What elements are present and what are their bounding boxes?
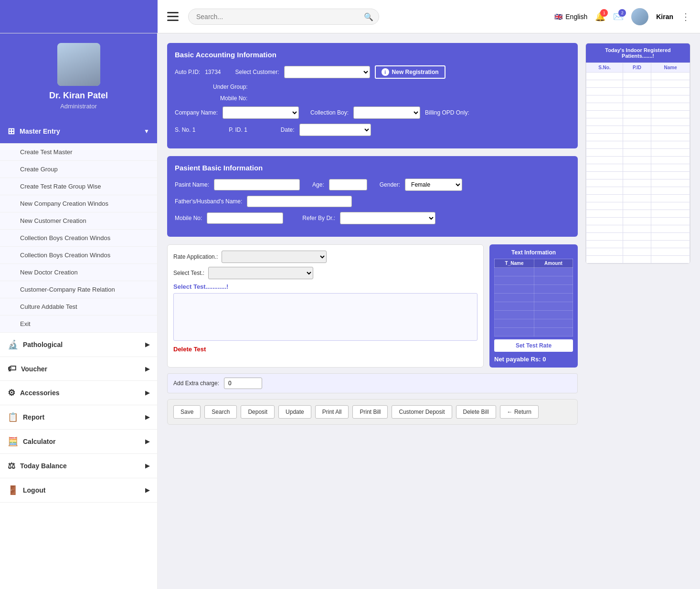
t-name-col-header: T_Name	[495, 259, 534, 268]
report-label: Report	[23, 413, 44, 421]
calculator-arrow: ▶	[145, 438, 149, 445]
test-section-wrapper: Rate Application.: Select Test.: Select …	[167, 244, 578, 368]
text-info-row	[495, 302, 573, 311]
text-info-row	[495, 285, 573, 294]
sidebar-subitem-create-test-master[interactable]: Create Test Master	[0, 144, 157, 161]
notifications-badge: 1	[600, 9, 608, 17]
select-customer-dropdown[interactable]	[284, 66, 370, 78]
deposit-button[interactable]: Deposit	[241, 405, 275, 419]
new-registration-button[interactable]: i New Registration	[375, 65, 445, 79]
language-selector[interactable]: 🇬🇧 English	[554, 13, 587, 21]
sidebar-item-master-entry[interactable]: ⊞ Master Entry ▼	[0, 119, 157, 144]
customer-deposit-button[interactable]: Customer Deposit	[392, 405, 452, 419]
collection-boy-dropdown[interactable]	[353, 106, 420, 119]
indoor-table-row	[586, 179, 690, 187]
report-arrow: ▶	[145, 414, 149, 421]
sidebar-subitem-collection-boys-2[interactable]: Collection Boys Creation Windos	[0, 247, 157, 264]
basic-accounting-title: Basic Accounting Information	[175, 51, 570, 59]
indoor-table-row	[586, 118, 690, 126]
left-content: Basic Accounting Information Auto P.ID: …	[167, 43, 578, 579]
sidebar-subitem-exit[interactable]: Exit	[0, 316, 157, 333]
right-panel: Today's Indoor Registered Patients......…	[585, 43, 690, 579]
new-registration-label: New Registration	[392, 69, 439, 75]
delete-test-button[interactable]: Delete Test	[173, 346, 206, 353]
sidebar-item-pathological[interactable]: 🔬 Pathological ▶	[0, 333, 157, 357]
extra-charge-input[interactable]	[224, 378, 262, 389]
select-test-prompt: Select Test............!	[173, 283, 477, 290]
patient-name-input[interactable]	[214, 179, 300, 190]
indoor-table-row	[586, 111, 690, 118]
mobile-no-input[interactable]	[207, 212, 283, 224]
sidebar-item-calculator[interactable]: 🧮 Calculator ▶	[0, 430, 157, 454]
pasint-name-label: Pasint Name:	[175, 181, 209, 188]
user-avatar	[631, 8, 648, 25]
delete-bill-button[interactable]: Delete Bill	[456, 405, 496, 419]
fathers-name-label: Father's/Husband's Name:	[175, 198, 242, 205]
set-test-rate-button[interactable]: Set Test Rate	[494, 339, 573, 352]
sidebar-item-accessories[interactable]: ⚙ Accessories ▶	[0, 381, 157, 405]
age-label: Age:	[312, 181, 324, 188]
today-balance-icon: ⚖	[8, 461, 15, 471]
hamburger-menu[interactable]	[167, 12, 179, 21]
more-options-button[interactable]: ⋮	[681, 11, 690, 22]
select-test-label: Select Test.:	[173, 270, 204, 276]
net-payable-display: Net payable Rs: 0	[494, 356, 573, 363]
print-bill-button[interactable]: Print Bill	[352, 405, 388, 419]
pathological-label: Pathological	[23, 341, 63, 348]
mobile-no-label-2: Mobile No:	[175, 215, 202, 221]
indoor-patients-panel: Today's Indoor Registered Patients......…	[585, 43, 690, 264]
sidebar-subitem-customer-company-rate[interactable]: Customer-Company Rate Relation	[0, 281, 157, 298]
save-button[interactable]: Save	[173, 405, 201, 419]
patient-basic-title: Pasient Basic Information	[175, 164, 570, 172]
rate-application-dropdown[interactable]	[222, 251, 327, 263]
notifications-button[interactable]: 🔔 1	[595, 11, 605, 22]
action-buttons-bar: Save Search Deposit Update Print All Pri…	[167, 399, 578, 425]
sidebar-subitem-new-company[interactable]: New Company Creation Windos	[0, 195, 157, 212]
date-dropdown[interactable]	[299, 124, 371, 136]
auto-pid-label: Auto P.ID:	[175, 69, 200, 75]
user-name-label[interactable]: Kiran	[656, 13, 673, 21]
sidebar-item-voucher[interactable]: 🏷 Voucher ▶	[0, 357, 157, 381]
search-input[interactable]	[188, 9, 379, 25]
indoor-table-row	[586, 141, 690, 149]
voucher-label: Voucher	[21, 365, 47, 373]
search-button[interactable]: Search	[204, 405, 237, 419]
sidebar-item-logout[interactable]: 🚪 Logout ▶	[0, 478, 157, 503]
return-button[interactable]: ← Return	[500, 405, 539, 419]
sidebar-item-report[interactable]: 📋 Report ▶	[0, 405, 157, 430]
nav-section: ⊞ Master Entry ▼ Create Test Master Crea…	[0, 119, 157, 503]
indoor-patients-table: S.No. P.ID Name	[586, 63, 690, 263]
indoor-table-row	[586, 195, 690, 202]
text-information-title: Text Information	[494, 249, 573, 256]
select-test-dropdown[interactable]	[208, 267, 313, 279]
test-textarea[interactable]	[173, 293, 477, 341]
company-name-dropdown[interactable]	[223, 106, 299, 119]
update-button[interactable]: Update	[278, 405, 311, 419]
amount-col-header: Amount	[534, 259, 573, 268]
sidebar-subitem-new-customer[interactable]: New Customer Creation	[0, 212, 157, 230]
sidebar-subitem-collection-boys-1[interactable]: Collection Boys Creation Windos	[0, 230, 157, 247]
language-label: English	[565, 13, 587, 21]
pid-label: P. ID. 1	[229, 126, 247, 133]
sidebar-item-today-balance[interactable]: ⚖ Today Balance ▶	[0, 454, 157, 478]
messages-button[interactable]: ✉️ 2	[613, 11, 624, 22]
sidebar-subitem-create-group[interactable]: Create Group	[0, 161, 157, 178]
extra-charge-label: Add Extra charge:	[173, 380, 219, 387]
sidebar-subitem-create-test-rate-group[interactable]: Create Test Rate Group Wise	[0, 178, 157, 195]
fathers-name-input[interactable]	[247, 196, 352, 207]
mobile-no-label-1: Mobile No:	[220, 95, 247, 102]
refer-by-dropdown[interactable]	[340, 212, 435, 224]
indoor-table-row	[586, 172, 690, 179]
flag-icon: 🇬🇧	[554, 13, 562, 21]
gender-dropdown[interactable]: FemaleMaleOther	[405, 179, 462, 191]
print-all-button[interactable]: Print All	[315, 405, 349, 419]
logout-icon: 🚪	[8, 485, 18, 495]
select-customer-label: Select Customer:	[235, 69, 279, 75]
sidebar-subitem-new-doctor[interactable]: New Doctor Creation	[0, 264, 157, 281]
indoor-table-row	[586, 233, 690, 241]
age-input[interactable]	[329, 179, 367, 190]
indoor-table-row	[586, 103, 690, 111]
pathological-icon: 🔬	[8, 339, 18, 350]
sidebar-subitem-culture-test[interactable]: Culture Addable Test	[0, 298, 157, 316]
indoor-table-row	[586, 241, 690, 248]
